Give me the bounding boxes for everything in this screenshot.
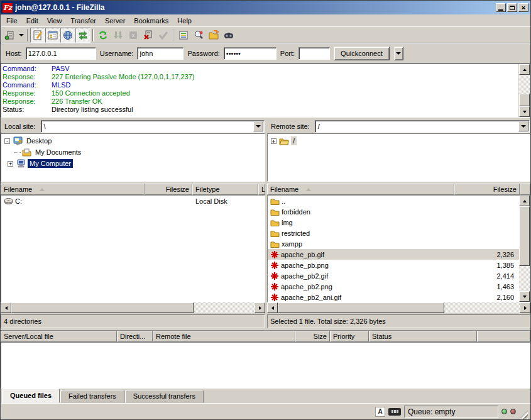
close-button[interactable]: × xyxy=(518,3,528,12)
column-header-filename[interactable]: Filename xyxy=(267,184,454,195)
remote-site-combo[interactable]: / xyxy=(315,120,530,133)
file-row-selected[interactable]: apache_pb.gif2,326 xyxy=(268,249,519,260)
title-bar[interactable]: Fz john@127.0.0.1 - FileZilla × xyxy=(1,1,530,14)
column-header-filesize[interactable]: Filesize xyxy=(454,184,520,195)
password-input[interactable] xyxy=(224,47,276,60)
menu-file[interactable]: File xyxy=(2,16,22,26)
synchronized-browsing-icon xyxy=(209,30,219,40)
column-header-direction[interactable]: Directi... xyxy=(117,331,153,342)
filter-button[interactable] xyxy=(176,28,191,43)
scroll-up-button[interactable] xyxy=(519,64,530,75)
tree-item-desktop[interactable]: - Desktop xyxy=(1,135,265,146)
local-list-status: 4 directories xyxy=(1,314,265,328)
process-queue-button[interactable] xyxy=(111,28,126,43)
menu-help[interactable]: Help xyxy=(173,16,196,26)
file-row[interactable]: apache_pb2_ani.gif2,160 xyxy=(268,292,519,302)
port-input[interactable] xyxy=(298,47,330,60)
tree-item-root[interactable]: + / xyxy=(268,135,530,146)
host-input[interactable] xyxy=(26,47,96,60)
maximize-button[interactable] xyxy=(507,3,517,12)
scroll-right-button[interactable] xyxy=(520,302,530,313)
computer-icon xyxy=(16,159,26,168)
expand-icon[interactable]: + xyxy=(8,161,13,167)
arrow-left-icon xyxy=(271,306,274,310)
local-site-value: \ xyxy=(41,123,253,130)
log-line: Response:150 Connection accepted xyxy=(3,89,517,97)
column-header-status[interactable]: Status xyxy=(369,331,477,342)
scrollbar-thumb[interactable] xyxy=(519,206,530,266)
cancel-operation-button[interactable]: x xyxy=(126,28,141,43)
column-header-filesize[interactable]: Filesize xyxy=(145,184,192,195)
file-row[interactable]: apache_pb2.png1,463 xyxy=(268,281,519,292)
scroll-up-button[interactable] xyxy=(519,196,530,206)
tree-item-my-documents[interactable]: My Documents xyxy=(1,146,265,158)
toggle-local-tree-button[interactable] xyxy=(45,28,60,43)
reconnect-button[interactable] xyxy=(156,28,171,43)
column-header-spacer xyxy=(520,184,530,195)
column-header-lastmodified[interactable]: L xyxy=(258,184,265,195)
speed-limit-icon xyxy=(388,408,401,416)
file-row[interactable]: apache_pb2.gif2,414 xyxy=(268,270,519,281)
scroll-left-button[interactable] xyxy=(1,302,11,313)
local-site-label: Local site: xyxy=(1,123,38,130)
local-list-hscrollbar[interactable] xyxy=(1,302,265,313)
column-header-filename[interactable]: Filename xyxy=(1,184,145,195)
scrollbar-thumb[interactable] xyxy=(519,94,530,106)
scroll-down-button[interactable] xyxy=(519,106,530,117)
file-row[interactable]: xampp xyxy=(268,238,519,249)
log-scrollbar[interactable] xyxy=(519,64,530,117)
local-site-combo[interactable]: \ xyxy=(41,120,265,133)
toggle-transfer-queue-button[interactable] xyxy=(75,28,90,43)
column-header-priority[interactable]: Priority xyxy=(330,331,369,342)
quickconnect-dropdown[interactable] xyxy=(394,47,403,60)
menu-server[interactable]: Server xyxy=(101,16,129,26)
combo-dropdown-button[interactable] xyxy=(253,121,263,131)
tab-queued-files[interactable]: Queued files xyxy=(2,389,60,403)
menu-view[interactable]: View xyxy=(43,16,67,26)
file-row[interactable]: apache_pb.png1,385 xyxy=(268,260,519,270)
remote-list-hscrollbar[interactable] xyxy=(267,302,530,313)
menu-transfer[interactable]: Transfer xyxy=(66,16,101,26)
synchronized-browsing-button[interactable] xyxy=(206,28,221,43)
log-line: Command:MLSD xyxy=(3,81,517,89)
quickconnect-button[interactable]: Quickconnect xyxy=(334,47,390,60)
toggle-message-log-button[interactable] xyxy=(30,28,45,43)
username-input[interactable] xyxy=(137,47,183,60)
file-row[interactable]: C: Local Disk xyxy=(1,196,265,206)
combo-dropdown-button[interactable] xyxy=(518,121,528,131)
file-row[interactable]: img xyxy=(268,217,519,228)
remote-list-vscrollbar[interactable] xyxy=(519,196,530,302)
scrollbar-thumb[interactable] xyxy=(278,302,444,313)
chevron-down-icon xyxy=(19,34,24,36)
column-header-remote-file[interactable]: Remote file xyxy=(153,331,295,342)
menu-bookmarks[interactable]: Bookmarks xyxy=(129,16,173,26)
disconnect-button[interactable] xyxy=(141,28,156,43)
find-files-button[interactable] xyxy=(221,28,236,43)
reconnect-icon xyxy=(158,30,168,40)
column-header-filetype[interactable]: Filetype xyxy=(192,184,258,195)
scroll-down-button[interactable] xyxy=(519,291,530,302)
resize-grip[interactable] xyxy=(519,411,528,419)
column-header-server-local-file[interactable]: Server/Local file xyxy=(1,331,117,342)
file-row[interactable]: forbidden xyxy=(268,206,519,217)
tree-panes: Local site: \ - Desktop My Documents xyxy=(1,119,530,182)
menu-edit[interactable]: Edit xyxy=(22,16,43,26)
toggle-remote-tree-button[interactable] xyxy=(60,28,75,43)
scroll-left-button[interactable] xyxy=(267,302,278,313)
scrollbar-thumb[interactable] xyxy=(11,302,194,313)
tab-successful-transfers[interactable]: Successful transfers xyxy=(125,390,204,403)
file-row[interactable]: .. xyxy=(268,196,519,206)
site-manager-button[interactable] xyxy=(2,28,17,43)
directory-comparison-button[interactable] xyxy=(191,28,206,43)
remote-site-value: / xyxy=(315,123,518,130)
minimize-button[interactable] xyxy=(496,3,506,12)
site-manager-dropdown[interactable] xyxy=(17,28,25,43)
tree-item-my-computer[interactable]: + My Computer xyxy=(1,158,265,169)
collapse-icon[interactable]: - xyxy=(4,138,10,144)
scroll-right-button[interactable] xyxy=(255,302,265,313)
column-header-size[interactable]: Size xyxy=(295,331,330,342)
refresh-button[interactable] xyxy=(96,28,111,43)
expand-icon[interactable]: + xyxy=(271,138,276,144)
file-row[interactable]: restricted xyxy=(268,228,519,238)
tab-failed-transfers[interactable]: Failed transfers xyxy=(60,390,124,403)
